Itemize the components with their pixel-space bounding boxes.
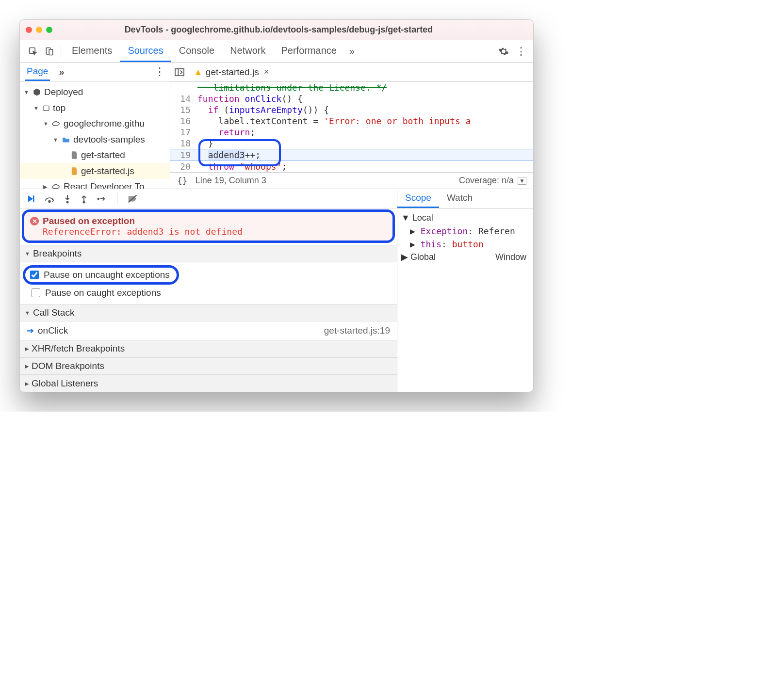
debugger-toolbar [20, 189, 397, 208]
dom-breakpoints-header[interactable]: ▶ DOM Breakpoints [20, 357, 397, 375]
svg-point-10 [97, 197, 99, 200]
inspect-element-icon[interactable] [25, 40, 41, 62]
svg-point-9 [83, 201, 85, 203]
exception-message: ReferenceError: addend3 is not defined [30, 226, 387, 237]
pause-caught-checkbox[interactable] [32, 288, 40, 297]
tree-label: Deployed [44, 85, 83, 99]
titlebar: DevTools - googlechrome.github.io/devtoo… [20, 20, 533, 40]
editor-pane: ▲ get-started.js × limitations under the… [170, 63, 533, 189]
show-navigator-icon[interactable] [173, 68, 186, 77]
settings-icon[interactable] [498, 46, 509, 57]
tree-label: React Developer To [64, 180, 145, 189]
svg-point-8 [66, 201, 69, 203]
window-title: DevTools - googlechrome.github.io/devtoo… [59, 25, 527, 35]
scope-this[interactable]: ▶ this: button [401, 238, 529, 251]
close-window-button[interactable] [26, 27, 32, 33]
tree-node-top[interactable]: top [20, 100, 170, 116]
debugger-pane: ✕ Paused on exception ReferenceError: ad… [20, 189, 533, 392]
window-controls [26, 27, 52, 33]
tree-label: devtools-samples [73, 133, 145, 147]
warning-icon: ▲ [194, 67, 203, 78]
code-editor[interactable]: limitations under the License. */ 14func… [170, 82, 533, 172]
svg-rect-6 [33, 195, 34, 202]
navigator-menu-icon[interactable]: ⋮ [154, 65, 165, 78]
svg-rect-3 [43, 106, 49, 110]
pause-uncaught-checkbox[interactable] [30, 271, 39, 279]
tree-label: get-started [81, 148, 125, 162]
debugger-left: ✕ Paused on exception ReferenceError: ad… [20, 189, 397, 392]
separator [61, 44, 61, 58]
callstack-fn: onClick [38, 325, 68, 336]
file-icon [70, 151, 78, 160]
tab-network[interactable]: Network [222, 40, 273, 62]
navigator-header: Page » ⋮ [20, 63, 170, 81]
scope-global[interactable]: ▶ Global Window [401, 251, 529, 264]
tree-label: googlechrome.githu [64, 117, 145, 131]
close-tab-icon[interactable]: × [264, 67, 269, 77]
navigator-sidebar: Page » ⋮ Deployed top googlec [20, 63, 170, 189]
pretty-print-icon[interactable]: {} [177, 176, 188, 186]
tabs-overflow[interactable]: » [344, 40, 359, 62]
coverage-label: Coverage: n/a [459, 176, 514, 186]
pause-caught-label: Pause on caught exceptions [45, 288, 161, 298]
error-icon: ✕ [30, 217, 39, 225]
global-listeners-header[interactable]: ▶ Global Listeners [20, 375, 397, 392]
tab-elements[interactable]: Elements [64, 40, 120, 62]
tree-label: get-started.js [81, 164, 134, 178]
tree-node-domain[interactable]: googlechrome.githu [20, 116, 170, 132]
navigator-tab-page[interactable]: Page [25, 63, 50, 81]
editor-status-bar: {} Line 19, Column 3 Coverage: n/a ▼ [170, 172, 533, 189]
paused-on-exception-banner: ✕ Paused on exception ReferenceError: ad… [22, 209, 395, 243]
svg-rect-2 [49, 49, 53, 55]
scope-exception[interactable]: ▶ Exception: Referen [401, 224, 529, 238]
device-toggle-icon[interactable] [41, 40, 58, 62]
tree-label: top [53, 101, 65, 115]
callstack-frame[interactable]: ➔onClick get-started.js:19 [20, 321, 397, 340]
scope-tabs: Scope Watch [397, 189, 533, 208]
tree-node-file-js[interactable]: get-started.js [20, 163, 170, 179]
deactivate-breakpoints-icon[interactable] [127, 194, 138, 204]
kebab-menu-icon[interactable]: ⋮ [516, 45, 526, 58]
scope-body: ▼ Local ▶ Exception: Referen ▶ this: but… [397, 208, 533, 267]
tab-performance[interactable]: Performance [274, 40, 345, 62]
pause-uncaught-label: Pause on uncaught exceptions [44, 270, 170, 280]
tree-node-react[interactable]: React Developer To [20, 179, 170, 189]
main-toolbar: Elements Sources Console Network Perform… [20, 40, 533, 63]
tab-sources[interactable]: Sources [120, 40, 171, 62]
resume-icon[interactable] [26, 194, 35, 204]
scope-panel: Scope Watch ▼ Local ▶ Exception: Referen… [397, 189, 533, 392]
frame-icon [42, 104, 50, 112]
maximize-window-button[interactable] [46, 27, 52, 33]
minimize-window-button[interactable] [36, 27, 42, 33]
cube-icon [33, 88, 41, 96]
folder-icon [62, 136, 70, 143]
tab-console[interactable]: Console [171, 40, 222, 62]
breakpoints-section-header[interactable]: ▼ Breakpoints [20, 245, 397, 262]
step-out-icon[interactable] [80, 194, 88, 204]
tab-scope[interactable]: Scope [397, 189, 439, 208]
callstack-location: get-started.js:19 [324, 325, 390, 336]
tree-node-file-html[interactable]: get-started [20, 147, 170, 163]
callstack-section-header[interactable]: ▼ Call Stack [20, 304, 397, 321]
editor-tab-bar: ▲ get-started.js × [170, 63, 533, 82]
pause-uncaught-highlight: Pause on uncaught exceptions [23, 265, 179, 285]
tab-watch[interactable]: Watch [439, 189, 480, 208]
paused-title: Paused on exception [43, 216, 135, 226]
sources-main: Page » ⋮ Deployed top googlec [20, 63, 533, 189]
svg-point-7 [49, 200, 50, 202]
step-over-icon[interactable] [44, 194, 55, 204]
current-frame-icon: ➔ [27, 326, 34, 336]
editor-file-tab[interactable]: ▲ get-started.js × [190, 67, 273, 78]
cloud-icon [52, 120, 61, 127]
file-tab-label: get-started.js [206, 67, 259, 78]
tree-node-folder[interactable]: devtools-samples [20, 132, 170, 148]
navigator-overflow[interactable]: » [59, 66, 64, 78]
cursor-position: Line 19, Column 3 [196, 176, 266, 186]
file-tree: Deployed top googlechrome.githu devtools… [20, 81, 170, 189]
tree-node-deployed[interactable]: Deployed [20, 84, 170, 100]
step-into-icon[interactable] [64, 194, 71, 204]
step-icon[interactable] [97, 195, 107, 203]
xhr-breakpoints-header[interactable]: ▶ XHR/fetch Breakpoints [20, 340, 397, 357]
scope-local[interactable]: ▼ Local [401, 211, 529, 224]
coverage-dropdown-icon[interactable]: ▼ [518, 177, 526, 185]
